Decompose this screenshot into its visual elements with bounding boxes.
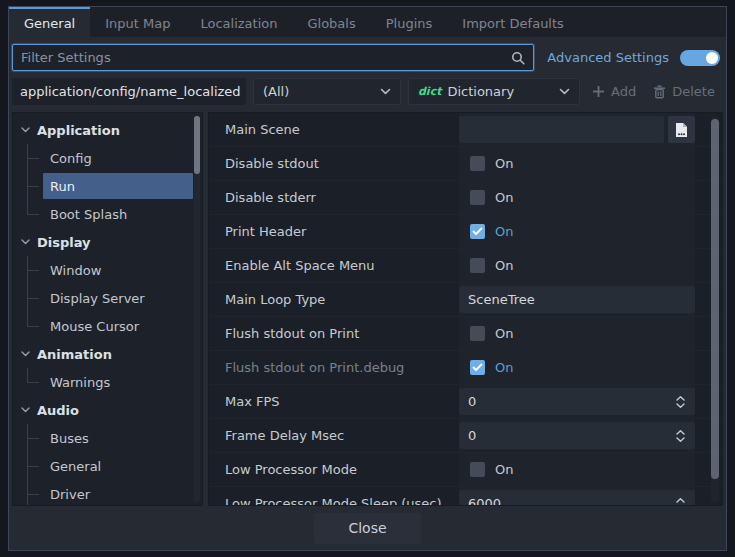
filter-row: Advanced Settings bbox=[12, 44, 723, 71]
spinner-updown-icon[interactable] bbox=[675, 497, 686, 507]
settings-tree-sidebar: Application Config Run Boot Splash Displ… bbox=[12, 112, 203, 506]
add-button-label: Add bbox=[611, 84, 636, 99]
check-icon bbox=[472, 363, 483, 372]
tab-globals[interactable]: Globals bbox=[292, 7, 370, 37]
checkbox-unchecked[interactable] bbox=[470, 156, 485, 171]
close-button[interactable]: Close bbox=[314, 513, 420, 544]
checkbox-label: On bbox=[495, 156, 513, 171]
property-bar: application/config/name_localized (All) … bbox=[12, 78, 723, 105]
plus-icon bbox=[592, 85, 605, 98]
setting-row-frame-delay-msec: Frame Delay Msec 0 bbox=[209, 419, 722, 453]
sidebar-item-config[interactable]: Config bbox=[13, 144, 202, 172]
checkbox-unchecked[interactable] bbox=[470, 190, 485, 205]
low-processor-sleep-spinbox[interactable]: 6000 bbox=[459, 490, 695, 506]
sidebar-item-window[interactable]: Window bbox=[13, 256, 202, 284]
checkbox-unchecked[interactable] bbox=[470, 462, 485, 477]
setting-label: Enable Alt Space Menu bbox=[209, 258, 459, 273]
checkbox-label: On bbox=[495, 190, 513, 205]
checkbox-label: On bbox=[495, 258, 513, 273]
checkbox-label: On bbox=[495, 326, 513, 341]
sidebar-item-buses[interactable]: Buses bbox=[13, 424, 202, 452]
setting-row-max-fps: Max FPS 0 bbox=[209, 385, 722, 419]
sidebar-item-label: Driver bbox=[50, 487, 90, 502]
sidebar-item-label: Window bbox=[50, 263, 101, 278]
checkbox-unchecked[interactable] bbox=[470, 326, 485, 341]
checkbox-label: On bbox=[495, 360, 513, 375]
checkbox-unchecked[interactable] bbox=[470, 258, 485, 273]
advanced-settings-toggle[interactable] bbox=[680, 50, 720, 66]
sidebar-category-application[interactable]: Application bbox=[13, 116, 202, 144]
delete-button[interactable]: Delete bbox=[648, 84, 720, 99]
tab-bar: General Input Map Localization Globals P… bbox=[9, 7, 726, 37]
checkbox-label: On bbox=[495, 224, 513, 239]
advanced-settings-label: Advanced Settings bbox=[547, 50, 669, 65]
sidebar-category-display[interactable]: Display bbox=[13, 228, 202, 256]
settings-scrollbar[interactable] bbox=[711, 116, 719, 502]
content-area: Application Config Run Boot Splash Displ… bbox=[12, 112, 723, 506]
setting-label: Frame Delay Msec bbox=[209, 428, 459, 443]
checkbox-label: On bbox=[495, 462, 513, 477]
tab-input-map[interactable]: Input Map bbox=[90, 7, 185, 37]
type-dropdown-value: Dictionary bbox=[447, 84, 514, 99]
setting-label: Max FPS bbox=[209, 394, 459, 409]
spinner-updown-icon[interactable] bbox=[675, 429, 686, 443]
dictionary-type-icon: dict bbox=[418, 85, 441, 98]
tab-import-defaults[interactable]: Import Defaults bbox=[447, 7, 579, 37]
setting-row-disable-stderr: Disable stderr On bbox=[209, 181, 722, 215]
sidebar-item-mouse-cursor[interactable]: Mouse Cursor bbox=[13, 312, 202, 340]
sidebar-item-display-server[interactable]: Display Server bbox=[13, 284, 202, 312]
property-path-input[interactable]: application/config/name_localized bbox=[12, 78, 246, 105]
setting-row-low-processor-mode: Low Processor Mode On bbox=[209, 453, 722, 487]
main-scene-field[interactable] bbox=[459, 116, 664, 143]
add-button[interactable]: Add bbox=[587, 84, 641, 99]
setting-label: Low Processor Mode bbox=[209, 462, 459, 477]
checkbox-checked[interactable] bbox=[470, 224, 485, 239]
category-filter-dropdown[interactable]: (All) bbox=[253, 78, 401, 105]
main-loop-type-field[interactable]: SceneTree bbox=[459, 286, 695, 313]
sidebar-item-general[interactable]: General bbox=[13, 452, 202, 480]
tab-general[interactable]: General bbox=[9, 7, 90, 37]
scrollbar-thumb[interactable] bbox=[711, 119, 719, 479]
filter-settings-searchbox[interactable] bbox=[12, 44, 534, 71]
settings-tree: Application Config Run Boot Splash Displ… bbox=[13, 113, 202, 506]
frame-delay-msec-spinbox[interactable]: 0 bbox=[459, 422, 695, 449]
sidebar-item-label: Mouse Cursor bbox=[50, 319, 139, 334]
sidebar-category-animation[interactable]: Animation bbox=[13, 340, 202, 368]
sidebar-item-warnings[interactable]: Warnings bbox=[13, 368, 202, 396]
trash-icon bbox=[653, 85, 666, 99]
sidebar-category-audio[interactable]: Audio bbox=[13, 396, 202, 424]
max-fps-spinbox[interactable]: 0 bbox=[459, 388, 695, 415]
setting-row-flush-stdout-on-print-debug: Flush stdout on Print.debug On bbox=[209, 351, 722, 385]
chevron-down-icon bbox=[21, 351, 30, 357]
scrollbar-thumb[interactable] bbox=[194, 116, 200, 174]
checkbox-checked[interactable] bbox=[470, 360, 485, 375]
setting-label: Main Loop Type bbox=[209, 292, 459, 307]
sidebar-item-label: Config bbox=[50, 151, 92, 166]
filter-settings-input[interactable] bbox=[21, 50, 511, 65]
tab-plugins[interactable]: Plugins bbox=[371, 7, 448, 37]
setting-row-main-scene: Main Scene bbox=[209, 113, 722, 147]
tab-localization[interactable]: Localization bbox=[185, 7, 292, 37]
sidebar-item-boot-splash[interactable]: Boot Splash bbox=[13, 200, 202, 228]
sidebar-item-label: Run bbox=[50, 179, 75, 194]
setting-label: Flush stdout on Print.debug bbox=[209, 360, 459, 375]
setting-row-disable-stdout: Disable stdout On bbox=[209, 147, 722, 181]
setting-label: Disable stderr bbox=[209, 190, 459, 205]
project-settings-dialog: General Input Map Localization Globals P… bbox=[8, 6, 727, 551]
type-dropdown[interactable]: dict Dictionary bbox=[408, 78, 580, 105]
sidebar-item-label: Boot Splash bbox=[50, 207, 127, 222]
dialog-footer: Close bbox=[9, 506, 726, 550]
sidebar-item-driver[interactable]: Driver bbox=[13, 480, 202, 506]
sidebar-scrollbar[interactable] bbox=[194, 115, 200, 503]
sidebar-item-run[interactable]: Run bbox=[13, 172, 202, 200]
sidebar-item-label: Display Server bbox=[50, 291, 145, 306]
file-picker-button[interactable] bbox=[668, 116, 695, 143]
setting-row-flush-stdout-on-print: Flush stdout on Print On bbox=[209, 317, 722, 351]
chevron-down-icon bbox=[21, 239, 30, 245]
setting-label: Print Header bbox=[209, 224, 459, 239]
sidebar-item-label: Animation bbox=[37, 347, 112, 362]
chevron-down-icon bbox=[380, 88, 391, 95]
setting-label: Disable stdout bbox=[209, 156, 459, 171]
spinner-updown-icon[interactable] bbox=[675, 395, 686, 409]
setting-row-enable-alt-space-menu: Enable Alt Space Menu On bbox=[209, 249, 722, 283]
